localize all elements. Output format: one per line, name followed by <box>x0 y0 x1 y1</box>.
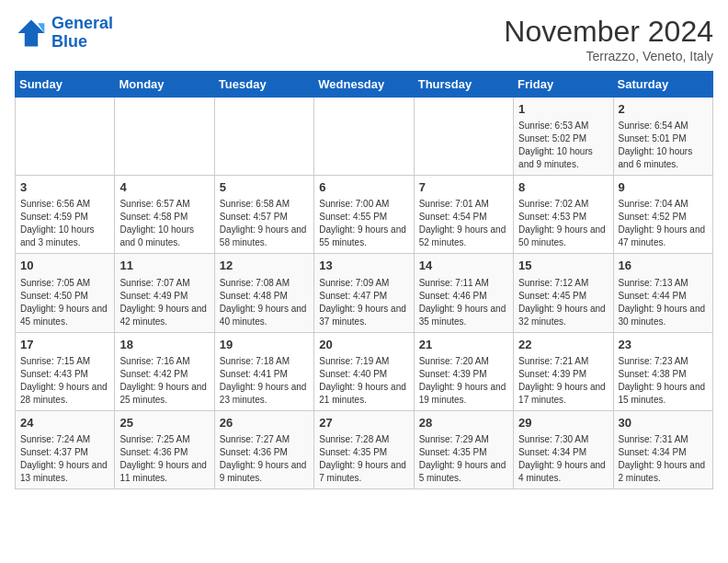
day-info: Sunrise: 7:23 AM Sunset: 4:38 PM Dayligh… <box>619 355 708 407</box>
calendar-cell: 26Sunrise: 7:27 AM Sunset: 4:36 PM Dayli… <box>214 410 313 488</box>
day-number: 26 <box>220 415 309 431</box>
day-number: 18 <box>119 337 209 353</box>
day-number: 29 <box>518 415 608 431</box>
calendar-cell <box>414 98 513 176</box>
day-number: 11 <box>119 258 209 274</box>
day-number: 4 <box>119 179 209 196</box>
day-number: 2 <box>619 101 708 118</box>
calendar-week-2: 3Sunrise: 6:56 AM Sunset: 4:59 PM Daylig… <box>16 176 713 254</box>
calendar-cell: 11Sunrise: 7:07 AM Sunset: 4:49 PM Dayli… <box>115 254 214 332</box>
calendar-cell: 22Sunrise: 7:21 AM Sunset: 4:39 PM Dayli… <box>514 332 613 410</box>
day-number: 15 <box>518 258 608 274</box>
day-info: Sunrise: 7:05 AM Sunset: 4:50 PM Dayligh… <box>20 277 109 328</box>
weekday-header-thursday: Thursday <box>414 72 513 98</box>
calendar-cell: 19Sunrise: 7:18 AM Sunset: 4:41 PM Dayli… <box>214 332 313 410</box>
day-info: Sunrise: 6:56 AM Sunset: 4:59 PM Dayligh… <box>20 198 109 249</box>
weekday-header-wednesday: Wednesday <box>314 72 414 98</box>
calendar-cell: 30Sunrise: 7:31 AM Sunset: 4:34 PM Dayli… <box>613 410 712 488</box>
day-info: Sunrise: 7:21 AM Sunset: 4:39 PM Dayligh… <box>518 355 608 407</box>
weekday-header-saturday: Saturday <box>613 72 712 98</box>
day-info: Sunrise: 7:11 AM Sunset: 4:46 PM Dayligh… <box>419 277 508 328</box>
day-info: Sunrise: 7:00 AM Sunset: 4:55 PM Dayligh… <box>319 198 408 249</box>
day-number: 9 <box>619 179 708 196</box>
day-info: Sunrise: 7:30 AM Sunset: 4:34 PM Dayligh… <box>518 433 608 485</box>
day-info: Sunrise: 7:04 AM Sunset: 4:52 PM Dayligh… <box>619 198 708 249</box>
day-number: 8 <box>518 179 608 196</box>
calendar-cell: 8Sunrise: 7:02 AM Sunset: 4:53 PM Daylig… <box>514 176 613 254</box>
day-number: 19 <box>220 337 309 353</box>
calendar-cell: 4Sunrise: 6:57 AM Sunset: 4:58 PM Daylig… <box>115 176 214 254</box>
day-number: 6 <box>319 179 408 196</box>
calendar-cell <box>214 98 313 176</box>
calendar-cell: 2Sunrise: 6:54 AM Sunset: 5:01 PM Daylig… <box>613 98 712 176</box>
day-info: Sunrise: 7:15 AM Sunset: 4:43 PM Dayligh… <box>20 355 109 407</box>
calendar-cell: 15Sunrise: 7:12 AM Sunset: 4:45 PM Dayli… <box>514 254 613 332</box>
calendar-cell: 18Sunrise: 7:16 AM Sunset: 4:42 PM Dayli… <box>115 332 214 410</box>
calendar-cell: 1Sunrise: 6:53 AM Sunset: 5:02 PM Daylig… <box>514 98 613 176</box>
day-info: Sunrise: 7:13 AM Sunset: 4:44 PM Dayligh… <box>619 277 708 328</box>
logo-line2: Blue <box>51 32 87 51</box>
day-number: 25 <box>119 415 209 431</box>
calendar-cell <box>314 98 414 176</box>
day-info: Sunrise: 7:28 AM Sunset: 4:35 PM Dayligh… <box>319 433 408 485</box>
calendar-cell: 16Sunrise: 7:13 AM Sunset: 4:44 PM Dayli… <box>613 254 712 332</box>
day-info: Sunrise: 6:58 AM Sunset: 4:57 PM Dayligh… <box>220 198 309 249</box>
day-number: 23 <box>619 337 708 353</box>
day-info: Sunrise: 6:57 AM Sunset: 4:58 PM Dayligh… <box>119 198 209 249</box>
calendar-week-1: 1Sunrise: 6:53 AM Sunset: 5:02 PM Daylig… <box>16 98 713 176</box>
day-number: 30 <box>619 415 708 431</box>
day-info: Sunrise: 6:53 AM Sunset: 5:02 PM Dayligh… <box>518 120 608 171</box>
day-info: Sunrise: 7:18 AM Sunset: 4:41 PM Dayligh… <box>220 355 309 407</box>
day-number: 12 <box>220 258 309 274</box>
day-info: Sunrise: 7:12 AM Sunset: 4:45 PM Dayligh… <box>518 277 608 328</box>
day-number: 1 <box>518 101 608 118</box>
calendar-cell: 13Sunrise: 7:09 AM Sunset: 4:47 PM Dayli… <box>314 254 414 332</box>
calendar-cell: 5Sunrise: 6:58 AM Sunset: 4:57 PM Daylig… <box>214 176 313 254</box>
calendar-cell: 12Sunrise: 7:08 AM Sunset: 4:48 PM Dayli… <box>214 254 313 332</box>
calendar-cell: 9Sunrise: 7:04 AM Sunset: 4:52 PM Daylig… <box>613 176 712 254</box>
logo-icon <box>15 17 48 50</box>
day-number: 7 <box>419 179 508 196</box>
day-info: Sunrise: 7:16 AM Sunset: 4:42 PM Dayligh… <box>119 355 209 407</box>
day-info: Sunrise: 7:08 AM Sunset: 4:48 PM Dayligh… <box>220 277 309 328</box>
day-info: Sunrise: 7:27 AM Sunset: 4:36 PM Dayligh… <box>220 433 309 485</box>
day-number: 21 <box>419 337 508 353</box>
day-info: Sunrise: 7:25 AM Sunset: 4:36 PM Dayligh… <box>119 433 209 485</box>
day-info: Sunrise: 7:31 AM Sunset: 4:34 PM Dayligh… <box>619 433 708 485</box>
logo-text: General Blue <box>51 15 113 52</box>
calendar-header-row: SundayMondayTuesdayWednesdayThursdayFrid… <box>16 72 713 98</box>
day-number: 20 <box>319 337 408 353</box>
day-info: Sunrise: 7:07 AM Sunset: 4:49 PM Dayligh… <box>119 277 209 328</box>
weekday-header-sunday: Sunday <box>16 72 115 98</box>
day-number: 28 <box>419 415 508 431</box>
calendar-cell: 17Sunrise: 7:15 AM Sunset: 4:43 PM Dayli… <box>16 332 115 410</box>
day-info: Sunrise: 7:29 AM Sunset: 4:35 PM Dayligh… <box>419 433 508 485</box>
calendar-cell: 28Sunrise: 7:29 AM Sunset: 4:35 PM Dayli… <box>414 410 513 488</box>
day-number: 3 <box>20 179 109 196</box>
weekday-header-tuesday: Tuesday <box>214 72 313 98</box>
calendar-body: 1Sunrise: 6:53 AM Sunset: 5:02 PM Daylig… <box>16 98 713 489</box>
calendar-cell <box>115 98 214 176</box>
calendar-cell <box>16 98 115 176</box>
month-title: November 2024 <box>504 15 713 49</box>
calendar-week-5: 24Sunrise: 7:24 AM Sunset: 4:37 PM Dayli… <box>16 410 713 488</box>
page-header: General Blue November 2024 Terrazzo, Ven… <box>15 15 713 63</box>
calendar-cell: 14Sunrise: 7:11 AM Sunset: 4:46 PM Dayli… <box>414 254 513 332</box>
day-info: Sunrise: 7:02 AM Sunset: 4:53 PM Dayligh… <box>518 198 608 249</box>
title-block: November 2024 Terrazzo, Veneto, Italy <box>504 15 713 63</box>
calendar-cell: 3Sunrise: 6:56 AM Sunset: 4:59 PM Daylig… <box>16 176 115 254</box>
day-number: 5 <box>220 179 309 196</box>
calendar-table: SundayMondayTuesdayWednesdayThursdayFrid… <box>15 71 713 489</box>
location-subtitle: Terrazzo, Veneto, Italy <box>504 49 713 63</box>
day-number: 27 <box>319 415 408 431</box>
calendar-cell: 20Sunrise: 7:19 AM Sunset: 4:40 PM Dayli… <box>314 332 414 410</box>
calendar-cell: 21Sunrise: 7:20 AM Sunset: 4:39 PM Dayli… <box>414 332 513 410</box>
calendar-cell: 6Sunrise: 7:00 AM Sunset: 4:55 PM Daylig… <box>314 176 414 254</box>
logo-line1: General <box>51 14 113 32</box>
calendar-cell: 29Sunrise: 7:30 AM Sunset: 4:34 PM Dayli… <box>514 410 613 488</box>
day-info: Sunrise: 7:24 AM Sunset: 4:37 PM Dayligh… <box>20 433 109 485</box>
calendar-cell: 10Sunrise: 7:05 AM Sunset: 4:50 PM Dayli… <box>16 254 115 332</box>
day-info: Sunrise: 7:19 AM Sunset: 4:40 PM Dayligh… <box>319 355 408 407</box>
calendar-cell: 7Sunrise: 7:01 AM Sunset: 4:54 PM Daylig… <box>414 176 513 254</box>
day-info: Sunrise: 7:01 AM Sunset: 4:54 PM Dayligh… <box>419 198 508 249</box>
